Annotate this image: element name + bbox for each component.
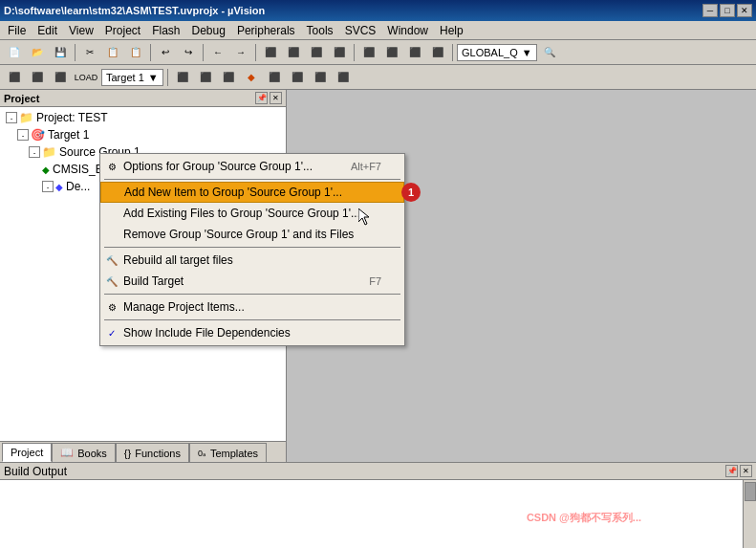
toolbar2-btn4[interactable]: ⬛	[172, 68, 193, 87]
toolbar2-btn2[interactable]: ⬛	[27, 68, 48, 87]
tab-functions-label: Functions	[135, 448, 181, 459]
ctx-build[interactable]: 🔨 Build Target F7	[100, 271, 404, 292]
menu-window[interactable]: Window	[381, 22, 434, 39]
books-icon: 📖	[60, 447, 74, 459]
context-menu: ⚙ Options for Group 'Source Group 1'... …	[99, 153, 405, 346]
back-button[interactable]: ←	[207, 43, 228, 62]
scrollbar-thumb[interactable]	[745, 482, 756, 501]
toolbar2-btn9[interactable]: ⬛	[287, 68, 308, 87]
target-dropdown[interactable]: Target 1 ▼	[101, 69, 163, 86]
toolbar-1: 📄 📂 💾 ✂ 📋 📋 ↩ ↪ ← → ⬛ ⬛ ⬛ ⬛ ⬛ ⬛ ⬛ ⬛ GLOB…	[0, 40, 756, 65]
sep5	[354, 44, 355, 61]
ctx-build-shortcut: F7	[369, 275, 381, 287]
toolbar-btn6[interactable]: ⬛	[283, 43, 304, 62]
close-button[interactable]: ✕	[737, 4, 752, 17]
ctx-show-include[interactable]: ✓ Show Include File Dependencies	[100, 322, 404, 343]
ctx-options-shortcut: Alt+F7	[351, 161, 381, 172]
expand-source-group[interactable]: -	[29, 146, 40, 158]
menu-svcs[interactable]: SVCS	[339, 22, 382, 39]
menu-file[interactable]: File	[2, 22, 32, 39]
toolbar-btn8[interactable]: ⬛	[329, 43, 350, 62]
ctx-options-group[interactable]: ⚙ Options for Group 'Source Group 1'... …	[100, 156, 404, 177]
toolbar2-btn7[interactable]: ◆	[241, 68, 262, 87]
menu-help[interactable]: Help	[434, 22, 469, 39]
build-panel-controls: 📌 ✕	[725, 465, 752, 477]
options-icon: ⚙	[104, 159, 119, 174]
cut-button[interactable]: ✂	[79, 43, 100, 62]
tab-books-label: Books	[77, 448, 107, 459]
window-controls: ─ □ ✕	[702, 4, 752, 17]
toolbar-btn12[interactable]: ⬛	[427, 43, 448, 62]
ctx-rebuild[interactable]: 🔨 Rebuild all target files	[100, 250, 404, 271]
load-icon[interactable]: LOAD	[73, 68, 99, 87]
toolbar2-btn11[interactable]: ⬛	[333, 68, 354, 87]
tab-functions[interactable]: {} Functions	[116, 443, 189, 462]
undo-button[interactable]: ↩	[155, 43, 176, 62]
ctx-remove-group[interactable]: Remove Group 'Source Group 1' and its Fi…	[100, 224, 404, 245]
toolbar2-btn10[interactable]: ⬛	[310, 68, 331, 87]
minimize-button[interactable]: ─	[702, 4, 718, 17]
tab-books[interactable]: 📖 Books	[52, 443, 116, 462]
toolbar-btn7[interactable]: ⬛	[306, 43, 327, 62]
toolbar2-btn5[interactable]: ⬛	[195, 68, 216, 87]
expand-de[interactable]: -	[42, 181, 54, 192]
tree-item-target[interactable]: - 🎯 Target 1	[2, 126, 284, 143]
tree-item-project[interactable]: - 📁 Project: TEST	[2, 109, 284, 126]
panel-header: Project 📌 ✕	[0, 90, 286, 107]
search-button[interactable]: 🔍	[539, 43, 560, 62]
title-text: D:\software\learn\stm32\ASM\TEST.uvprojx…	[4, 5, 265, 16]
sep7	[167, 69, 168, 86]
build-pin[interactable]: 📌	[725, 465, 738, 477]
tab-templates[interactable]: 0ₐ Templates	[189, 443, 267, 462]
save-button[interactable]: 💾	[50, 43, 71, 62]
ctx-manage[interactable]: ⚙ Manage Project Items...	[100, 296, 404, 318]
sep6	[452, 44, 453, 61]
menu-project[interactable]: Project	[99, 22, 146, 39]
forward-button[interactable]: →	[230, 43, 251, 62]
expand-target[interactable]: -	[17, 129, 29, 141]
target-label: Target 1	[106, 72, 144, 83]
templates-icon: 0ₐ	[198, 449, 206, 458]
target-arrow: ▼	[148, 72, 159, 83]
menu-edit[interactable]: Edit	[32, 22, 63, 39]
toolbar2-btn3[interactable]: ⬛	[50, 68, 71, 87]
ctx-build-label: Build Target	[123, 274, 184, 288]
target-icon: 🎯	[31, 128, 45, 142]
maximize-button[interactable]: □	[720, 4, 735, 17]
global-q-dropdown[interactable]: GLOBAL_Q ▼	[457, 44, 537, 61]
expand-project[interactable]: -	[6, 112, 17, 123]
open-button[interactable]: 📂	[27, 43, 48, 62]
toolbar-btn11[interactable]: ⬛	[404, 43, 425, 62]
ctx-add-existing[interactable]: Add Existing Files to Group 'Source Grou…	[100, 203, 404, 224]
redo-button[interactable]: ↪	[178, 43, 199, 62]
menu-view[interactable]: View	[63, 22, 99, 39]
menu-peripherals[interactable]: Peripherals	[231, 22, 301, 39]
target-label-tree: Target 1	[48, 128, 89, 142]
panel-title: Project	[4, 93, 39, 104]
build-output-title: Build Output	[4, 465, 67, 478]
badge-1: 1	[401, 183, 421, 202]
build-scrollbar[interactable]	[743, 480, 756, 548]
panel-controls: 📌 ✕	[255, 92, 282, 104]
watermark: CSDN @狗都不写系列...	[527, 511, 641, 525]
toolbar-btn10[interactable]: ⬛	[381, 43, 402, 62]
toolbar-btn9[interactable]: ⬛	[358, 43, 379, 62]
build-close[interactable]: ✕	[740, 465, 752, 477]
ctx-sep2	[104, 247, 400, 248]
menu-debug[interactable]: Debug	[186, 22, 231, 39]
tab-project[interactable]: Project	[2, 443, 52, 462]
ctx-add-new-item[interactable]: Add New Item to Group 'Source Group 1'..…	[100, 182, 404, 203]
panel-pin[interactable]: 📌	[255, 92, 268, 104]
ctx-options-label: Options for Group 'Source Group 1'...	[123, 160, 313, 173]
toolbar-btn5[interactable]: ⬛	[260, 43, 281, 62]
new-file-button[interactable]: 📄	[4, 43, 25, 62]
menu-tools[interactable]: Tools	[301, 22, 339, 39]
toolbar2-btn6[interactable]: ⬛	[218, 68, 239, 87]
menu-flash[interactable]: Flash	[146, 22, 185, 39]
toolbar2-btn1[interactable]: ⬛	[4, 68, 25, 87]
panel-close[interactable]: ✕	[270, 92, 282, 104]
copy-button[interactable]: 📋	[102, 43, 123, 62]
paste-button[interactable]: 📋	[125, 43, 146, 62]
ctx-rebuild-label: Rebuild all target files	[123, 253, 233, 267]
toolbar2-btn8[interactable]: ⬛	[264, 68, 285, 87]
